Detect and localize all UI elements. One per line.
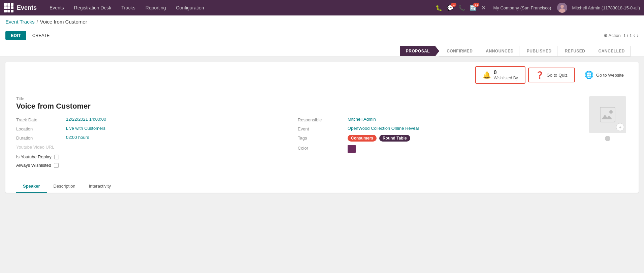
user-name: Mitchell Admin (11783018-15-0-all) xyxy=(572,5,640,10)
app-grid-icon[interactable] xyxy=(4,3,13,12)
stage-refused[interactable]: REFUSED xyxy=(557,46,591,56)
event-value[interactable]: OpenWood Collection Online Reveal xyxy=(348,126,419,131)
smart-buttons-row: 🔔 0 Wishlisted By ❓ Go to Quiz 🌐 Go to W… xyxy=(5,62,639,88)
stage-published[interactable]: PUBLISHED xyxy=(519,46,557,56)
form-body: Title Voice from Customer Track Date 12/… xyxy=(5,88,639,176)
location-field: Location Live with Customers xyxy=(16,126,298,131)
color-field: Color xyxy=(298,145,579,153)
timer-icon[interactable]: 🔄 31 xyxy=(470,5,477,11)
youtube-url-field: Youtube Video URL xyxy=(16,144,298,150)
message-badge: 1 xyxy=(451,3,456,7)
tab-description[interactable]: Description xyxy=(47,180,82,193)
nav-reporting[interactable]: Reporting xyxy=(141,5,170,10)
form-image-area: + xyxy=(587,96,628,168)
bug-icon[interactable]: 🐛 xyxy=(436,5,442,11)
fields-grid: Track Date 12/22/2021 14:00:00 Location … xyxy=(16,117,579,168)
breadcrumb-current: Voice from Customer xyxy=(40,19,87,25)
wishlisted-count: 0 xyxy=(494,70,518,76)
track-date-field: Track Date 12/22/2021 14:00:00 xyxy=(16,117,298,122)
wishlisted-label: Wishlisted By xyxy=(494,76,518,80)
title-value: Voice from Customer xyxy=(16,102,579,111)
tags-container: Consumers Round Table xyxy=(348,135,412,142)
top-navigation: Events Events Registration Desk Tracks R… xyxy=(0,0,644,15)
track-date-value[interactable]: 12/22/2021 14:00:00 xyxy=(66,117,106,122)
status-circle xyxy=(605,136,610,141)
svg-rect-4 xyxy=(600,107,615,122)
action-menu[interactable]: ⚙ Action xyxy=(604,33,621,38)
is-youtube-replay-field: Is Youtube Replay xyxy=(16,154,298,159)
track-date-label: Track Date xyxy=(16,117,63,122)
duration-value[interactable]: 02:00 hours xyxy=(66,135,89,140)
image-placeholder[interactable]: + xyxy=(589,96,626,133)
svg-point-1 xyxy=(560,5,564,8)
tabs-row: Speaker Description Interactivity xyxy=(5,180,639,193)
left-column: Track Date 12/22/2021 14:00:00 Location … xyxy=(16,117,298,168)
prev-button[interactable]: ‹ xyxy=(633,32,635,39)
globe-icon: 🌐 xyxy=(584,71,593,79)
duration-field: Duration 02:00 hours xyxy=(16,135,298,141)
is-youtube-replay-label: Is Youtube Replay xyxy=(16,154,52,159)
nav-configuration[interactable]: Configuration xyxy=(172,5,208,10)
nav-tracks[interactable]: Tracks xyxy=(117,5,139,10)
responsible-field: Responsible Mitchell Admin xyxy=(298,117,579,122)
tags-field: Tags Consumers Round Table xyxy=(298,135,579,142)
color-swatch[interactable] xyxy=(348,145,356,153)
stage-confirmed[interactable]: CONFIRMED xyxy=(439,46,478,56)
tag-consumers[interactable]: Consumers xyxy=(348,135,377,142)
avatar[interactable] xyxy=(557,3,567,13)
right-column: Responsible Mitchell Admin Event OpenWoo… xyxy=(298,117,579,168)
record-card: 🔔 0 Wishlisted By ❓ Go to Quiz 🌐 Go to W… xyxy=(5,62,639,193)
breadcrumb: Event Tracks / Voice from Customer xyxy=(0,15,644,28)
nav-registration-desk[interactable]: Registration Desk xyxy=(70,5,116,10)
go-to-quiz-button[interactable]: ❓ Go to Quiz xyxy=(528,68,575,82)
settings-icon[interactable]: ✕ xyxy=(481,5,486,11)
pagination-text: 1 / 1 xyxy=(623,33,632,38)
breadcrumb-parent[interactable]: Event Tracks xyxy=(5,19,35,25)
form-main: Title Voice from Customer Track Date 12/… xyxy=(16,96,579,168)
messages-icon[interactable]: 💬 1 xyxy=(447,5,454,11)
website-label: Go to Website xyxy=(596,73,624,78)
tag-roundtable[interactable]: Round Table xyxy=(379,135,410,142)
youtube-url-label: Youtube Video URL xyxy=(16,144,63,150)
nav-events[interactable]: Events xyxy=(45,5,68,10)
next-button[interactable]: › xyxy=(637,32,639,39)
edit-button[interactable]: EDIT xyxy=(5,31,26,40)
svg-point-3 xyxy=(609,110,613,114)
stage-announced[interactable]: ANNOUNCED xyxy=(478,46,519,56)
go-to-website-button[interactable]: 🌐 Go to Website xyxy=(578,68,631,82)
is-youtube-replay-checkbox[interactable] xyxy=(54,155,59,159)
color-label: Color xyxy=(298,145,345,151)
phone-icon[interactable]: 📞 xyxy=(458,5,465,11)
stage-bar: PROPOSAL CONFIRMED ANNOUNCED PUBLISHED R… xyxy=(0,43,644,57)
always-wishlisted-checkbox[interactable] xyxy=(54,163,59,168)
duration-label: Duration xyxy=(16,135,63,141)
pagination: 1 / 1 ‹ › xyxy=(623,32,639,39)
tab-speaker[interactable]: Speaker xyxy=(16,180,47,193)
question-icon: ❓ xyxy=(536,71,544,79)
always-wishlisted-field: Always Wishlisted xyxy=(16,163,298,168)
image-add-button[interactable]: + xyxy=(616,123,624,131)
location-label: Location xyxy=(16,126,63,131)
location-value[interactable]: Live with Customers xyxy=(66,126,105,131)
event-field: Event OpenWood Collection Online Reveal xyxy=(298,126,579,131)
stage-proposal[interactable]: PROPOSAL xyxy=(400,46,439,56)
quiz-label: Go to Quiz xyxy=(547,73,568,78)
create-button[interactable]: CREATE xyxy=(29,31,53,40)
event-label: Event xyxy=(298,126,345,131)
bell-icon: 🔔 xyxy=(483,71,491,79)
title-label: Title xyxy=(16,96,579,101)
responsible-label: Responsible xyxy=(298,117,345,122)
tab-interactivity[interactable]: Interactivity xyxy=(82,180,118,193)
breadcrumb-separator: / xyxy=(37,19,38,25)
company-name: My Company (San Francisco) xyxy=(493,5,551,10)
timer-badge: 31 xyxy=(473,3,479,7)
main-content: 🔔 0 Wishlisted By ❓ Go to Quiz 🌐 Go to W… xyxy=(0,57,644,269)
tags-label: Tags xyxy=(298,135,345,141)
wishlisted-button[interactable]: 🔔 0 Wishlisted By xyxy=(475,66,525,84)
app-brand[interactable]: Events xyxy=(17,4,37,11)
responsible-value[interactable]: Mitchell Admin xyxy=(348,117,376,122)
action-bar: EDIT CREATE ⚙ Action 1 / 1 ‹ › xyxy=(0,28,644,43)
always-wishlisted-label: Always Wishlisted xyxy=(16,163,51,168)
stage-cancelled[interactable]: CANCELLED xyxy=(591,46,631,56)
